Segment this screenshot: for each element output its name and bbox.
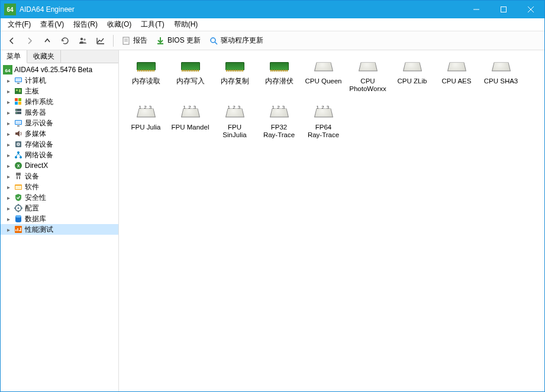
chart-button[interactable] (93, 34, 108, 47)
tree-item-bench[interactable]: ▸性能测试 (1, 224, 118, 235)
svg-text:X: X (17, 164, 20, 168)
benchmark-item[interactable]: CPU AES (434, 57, 479, 99)
tree-item-label: 软件 (25, 182, 39, 192)
tree-item-monitor[interactable]: ▸显示设备 (1, 118, 118, 128)
tree-item-db[interactable]: ▸数据库 (1, 213, 118, 224)
tree-item-disk[interactable]: ▸存储设备 (1, 139, 118, 150)
benchmark-label: FP64Ray-Trace (308, 124, 339, 139)
benchmark-item[interactable]: 内存复制 (212, 57, 257, 99)
svg-point-52 (15, 215, 21, 218)
benchmark-label: CPU ZLib (398, 77, 427, 85)
tree-item-software[interactable]: ▸软件 (1, 182, 118, 192)
tree-root[interactable]: 64AIDA64 v6.25.5476 Beta (1, 64, 118, 75)
svg-rect-20 (19, 89, 21, 92)
cpu-icon (402, 62, 421, 71)
menu-tools[interactable]: 工具(T) (136, 18, 169, 31)
svg-rect-30 (15, 121, 21, 124)
maximize-button[interactable] (490, 1, 517, 18)
tree-item-network[interactable]: ▸网络设备 (1, 150, 118, 160)
expand-icon[interactable]: ▸ (5, 205, 12, 212)
expand-icon[interactable]: ▸ (5, 184, 12, 190)
benchmark-label: 内存读取 (132, 77, 160, 85)
ram-icon (137, 62, 156, 70)
window-title: AIDA64 Engineer (20, 5, 463, 14)
driver-label: 驱动程序更新 (221, 35, 263, 46)
tree-item-label: 性能测试 (25, 225, 53, 235)
back-button[interactable] (4, 34, 20, 47)
expand-icon[interactable]: ▸ (5, 226, 12, 233)
bios-label: BIOS 更新 (167, 35, 201, 46)
cpu-icon (225, 108, 244, 117)
bios-update-button[interactable]: BIOS 更新 (153, 34, 204, 47)
tree-item-config[interactable]: ▸配置 (1, 203, 118, 213)
expand-icon[interactable]: ▸ (5, 88, 12, 95)
dx-icon: X (14, 161, 23, 170)
expand-icon[interactable]: ▸ (5, 109, 12, 116)
close-button[interactable] (517, 1, 544, 18)
svg-rect-41 (17, 176, 18, 179)
tree-item-label: 设备 (25, 171, 39, 182)
tree-item-board[interactable]: ▸主板 (1, 86, 118, 96)
expand-icon[interactable]: ▸ (5, 120, 12, 127)
expand-icon[interactable]: ▸ (5, 173, 12, 180)
tree-item-dx[interactable]: ▸XDirectX (1, 160, 118, 171)
benchmark-item[interactable]: CPU Queen (301, 57, 346, 99)
benchmark-item[interactable]: 内存潜伏 (257, 57, 301, 99)
tree-item-label: 显示设备 (25, 118, 53, 128)
menu-report[interactable]: 报告(R) (69, 18, 102, 31)
svg-line-12 (215, 42, 217, 44)
tab-favorites[interactable]: 收藏夹 (27, 50, 61, 63)
benchmark-item[interactable]: 1 2 3FPUSinJulia (212, 103, 257, 145)
expand-icon[interactable]: ▸ (5, 163, 12, 169)
benchmark-item[interactable]: 1 2 3FP32Ray-Trace (257, 103, 301, 145)
benchmark-label: CPU Queen (305, 77, 341, 85)
content-pane: 内存读取内存写入内存复制内存潜伏CPU QueenCPUPhotoWorxxCP… (119, 50, 544, 391)
benchmark-item[interactable]: 内存读取 (124, 57, 168, 99)
expand-icon[interactable]: ▸ (5, 99, 12, 105)
svg-rect-42 (19, 176, 20, 179)
menu-favorites[interactable]: 收藏(O) (102, 18, 136, 31)
menu-file[interactable]: 文件(F) (3, 18, 36, 31)
up-button[interactable] (40, 34, 55, 47)
benchmark-item[interactable]: 1 2 3FPU Julia (124, 103, 168, 145)
menu-help[interactable]: 帮助(H) (169, 18, 203, 31)
server-icon (14, 108, 23, 117)
svg-rect-18 (15, 88, 22, 94)
driver-update-button[interactable]: 驱动程序更新 (206, 34, 266, 47)
tree-item-shield[interactable]: ▸安全性 (1, 192, 118, 203)
search-icon (209, 36, 218, 46)
tree-item-server[interactable]: ▸服务器 (1, 107, 118, 118)
users-button[interactable] (75, 34, 91, 47)
tab-menu[interactable]: 菜单 (1, 50, 27, 63)
speaker-icon (14, 129, 23, 138)
expand-icon[interactable]: ▸ (5, 216, 12, 222)
svg-point-34 (18, 144, 19, 145)
tree-item-speaker[interactable]: ▸多媒体 (1, 128, 118, 139)
benchmark-item[interactable]: 1 2 3FP64Ray-Trace (301, 103, 346, 145)
benchmark-item[interactable]: 1 2 3FPU Mandel (168, 103, 212, 145)
benchmark-item[interactable]: CPU SHA3 (479, 57, 523, 99)
expand-icon[interactable]: ▸ (5, 131, 12, 137)
monitor-icon (14, 76, 23, 85)
tree-item-label: 多媒体 (25, 129, 46, 139)
tree-item-device[interactable]: ▸设备 (1, 171, 118, 182)
expand-icon[interactable]: ▸ (5, 195, 12, 201)
benchmark-label: FPU Julia (131, 124, 161, 131)
expand-icon[interactable]: ▸ (5, 141, 12, 148)
benchmark-item[interactable]: 内存写入 (168, 57, 212, 99)
forward-button[interactable] (22, 34, 37, 47)
benchmark-label: 内存写入 (176, 77, 205, 85)
expand-icon[interactable]: ▸ (5, 152, 12, 158)
svg-rect-22 (18, 98, 21, 101)
tree-item-monitor[interactable]: ▸计算机 (1, 75, 118, 86)
tree-item-windows[interactable]: ▸操作系统 (1, 96, 118, 107)
expand-icon[interactable]: ▸ (5, 77, 12, 84)
db-icon (14, 214, 23, 223)
benchmark-item[interactable]: CPUPhotoWorxx (346, 57, 390, 99)
refresh-button[interactable] (57, 34, 73, 47)
minimize-button[interactable] (463, 1, 490, 18)
menu-view[interactable]: 查看(V) (36, 18, 69, 31)
svg-point-5 (83, 38, 86, 41)
report-button[interactable]: 报告 (118, 34, 150, 47)
benchmark-item[interactable]: CPU ZLib (390, 57, 434, 99)
